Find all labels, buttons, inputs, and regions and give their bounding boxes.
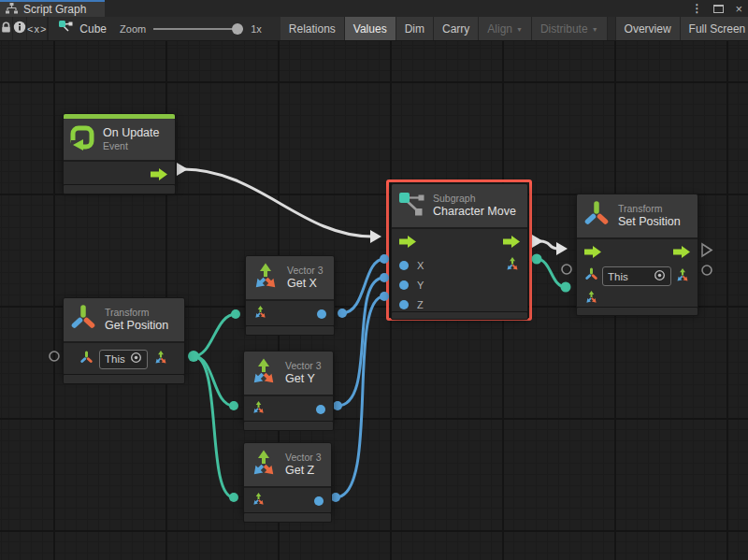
node-footer [245, 325, 335, 336]
node-footer [576, 307, 698, 316]
vector3-icon [250, 357, 278, 389]
toolbar-button-align[interactable]: Align ▼ [479, 17, 532, 40]
float-output-port[interactable] [314, 496, 324, 506]
flow-output-port[interactable] [673, 245, 690, 262]
node-character-move[interactable]: Subgraph Character Move X [391, 183, 528, 319]
script-graph-icon [58, 20, 73, 37]
object-picker-icon[interactable] [130, 351, 142, 367]
toolbar-button-overview[interactable]: Overview [615, 17, 681, 40]
node-get-position[interactable]: Transform Get Position This [63, 297, 185, 376]
zoom-slider-track [153, 28, 243, 30]
vector3-icon [250, 449, 278, 481]
transform-icon [583, 200, 611, 232]
flow-output-port[interactable] [151, 167, 167, 184]
loop-event-icon [69, 124, 95, 154]
node-header[interactable]: Vector 3 Get X [246, 256, 334, 301]
node-get-x[interactable]: Vector 3 Get X [245, 255, 335, 327]
chevron-down-icon: ▼ [516, 26, 523, 33]
port-label-y: Y [417, 280, 424, 291]
zoom-slider-handle[interactable] [232, 23, 243, 35]
node-header[interactable]: Transform Set Position [577, 194, 698, 239]
toolbar-button-carry[interactable]: Carry [434, 17, 479, 40]
toolbar-buttons: Relations Values Dim Carry Align ▼ Distr… [280, 17, 748, 40]
tab-bar: Script Graph ⋮ × [0, 0, 748, 17]
node-on-update[interactable]: On Update Event [63, 113, 176, 190]
node-type-label: Subgraph [433, 193, 516, 205]
transform-icon [69, 304, 97, 336]
vector3-input-port-icon[interactable] [253, 305, 267, 323]
node-header[interactable]: Vector 3 Get Y [244, 352, 333, 396]
info-button[interactable] [13, 17, 27, 40]
graph-target-breadcrumb[interactable]: Cube [49, 17, 120, 40]
node-set-position[interactable]: Transform Set Position [576, 194, 698, 312]
graph-toolbar: <x> Cube Zoom 1x Relatio [0, 17, 748, 41]
float-input-port-y[interactable] [399, 280, 409, 290]
node-title: Get Position [105, 319, 168, 334]
node-subtitle: Event [103, 140, 159, 152]
node-type-label: Vector 3 [285, 452, 322, 464]
node-header[interactable]: Vector 3 Get Z [244, 443, 331, 488]
vector3-input-port-icon[interactable] [252, 400, 266, 418]
transform-port-icon[interactable] [584, 267, 598, 285]
flow-input-port[interactable] [584, 245, 601, 262]
port-label-x: X [417, 260, 424, 271]
vector3-input-port-icon[interactable] [252, 492, 266, 510]
maximize-icon[interactable] [713, 5, 724, 13]
transform-port-icon[interactable] [79, 351, 94, 368]
edit-source-button[interactable]: <x> [27, 17, 48, 40]
close-icon[interactable]: × [735, 3, 742, 15]
vector3-output-port-icon[interactable] [675, 267, 690, 286]
lock-icon [0, 22, 12, 36]
port-label-z: Z [417, 299, 424, 310]
node-type-label: Vector 3 [287, 265, 324, 277]
float-input-port-x[interactable] [399, 261, 409, 270]
object-picker-icon[interactable] [654, 268, 666, 285]
node-get-y[interactable]: Vector 3 Get Y [243, 351, 334, 423]
tab-script-graph[interactable]: Script Graph [0, 0, 105, 17]
node-title: Get Z [285, 464, 322, 479]
toolbar-button-full-screen[interactable]: Full Screen [681, 17, 748, 40]
node-type-label: Transform [618, 203, 681, 215]
node-title: On Update [103, 126, 159, 141]
info-icon [13, 21, 26, 36]
vector3-input-port-icon[interactable] [584, 290, 598, 308]
tab-title: Script Graph [23, 3, 86, 16]
toolbar-button-distribute[interactable]: Distribute ▼ [532, 17, 608, 40]
vector3-output-port-icon[interactable] [153, 350, 168, 368]
toolbar-button-relations[interactable]: Relations [280, 17, 345, 40]
zoom-slider[interactable] [153, 17, 243, 41]
vector3-output-port-icon[interactable] [505, 256, 520, 275]
node-type-label: Transform [105, 307, 168, 319]
toolbar-button-values[interactable]: Values [345, 17, 396, 40]
node-header[interactable]: Transform Get Position [64, 298, 184, 343]
flow-output-port[interactable] [503, 235, 520, 251]
toolbar-button-dim[interactable]: Dim [396, 17, 434, 40]
node-footer [63, 374, 185, 384]
flow-input-port[interactable] [399, 235, 416, 251]
float-output-port[interactable] [316, 405, 325, 414]
subgraph-icon [397, 190, 425, 222]
float-output-port[interactable] [317, 309, 326, 319]
zoom-label: Zoom [120, 23, 146, 35]
node-get-z[interactable]: Vector 3 Get Z [243, 442, 332, 514]
zoom-value: 1x [251, 23, 262, 35]
vector3-icon [252, 262, 280, 294]
chevron-down-icon: ▼ [592, 26, 598, 33]
zoom-control: Zoom 1x [120, 17, 273, 40]
node-header[interactable]: On Update Event [64, 119, 175, 162]
node-type-label: Vector 3 [285, 360, 322, 372]
node-title: Get X [287, 277, 324, 292]
node-footer [243, 421, 334, 431]
window-menu-icon[interactable]: ⋮ [691, 3, 702, 14]
node-footer [243, 512, 332, 523]
node-title: Get Y [285, 372, 322, 387]
code-icon: <x> [27, 23, 47, 35]
graph-target-label: Cube [79, 22, 107, 36]
this-target-field[interactable]: This [602, 266, 671, 286]
lock-button[interactable] [0, 17, 13, 40]
this-target-field[interactable]: This [99, 350, 148, 369]
node-footer [63, 184, 176, 194]
node-header[interactable]: Subgraph Character Move [392, 184, 527, 229]
node-footer [391, 311, 528, 320]
float-input-port-z[interactable] [399, 300, 409, 309]
